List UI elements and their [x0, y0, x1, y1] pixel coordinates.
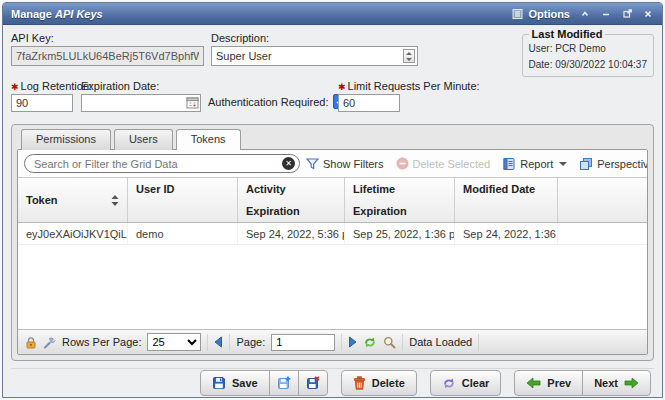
cell-user-id: demo — [128, 223, 238, 244]
tab-strip: Permissions Users Tokens — [21, 129, 648, 150]
limit-rpm-label: Limit Requests Per Minute: — [348, 80, 480, 92]
tab-users[interactable]: Users — [114, 129, 173, 150]
auth-required-field: Authentication Required: — [208, 94, 348, 109]
prev-page-icon[interactable] — [214, 336, 223, 348]
manage-api-keys-window: Manage API Keys Options API Key: — [2, 2, 663, 398]
clear-refresh-icon — [442, 377, 456, 390]
chevron-down-icon — [559, 162, 567, 166]
sort-icon — [111, 195, 119, 206]
page-label: Page: — [236, 336, 265, 348]
wrench-icon[interactable] — [43, 336, 56, 349]
magnifier-icon[interactable] — [383, 336, 396, 349]
filter-funnel-icon — [306, 158, 319, 170]
expiration-date-input[interactable] — [81, 94, 201, 112]
grid-header: Token User ID Activity Expiration Lifeti… — [18, 177, 647, 223]
arrow-right-icon — [624, 377, 639, 389]
delete-selected-button[interactable]: Delete Selected — [396, 157, 491, 170]
action-bar: Save Delete Clear Prev — [11, 368, 654, 397]
perspectives-icon — [579, 157, 593, 171]
last-modified-legend: Last Modified — [529, 28, 606, 40]
expiration-date-field: Expiration Date: — [81, 80, 201, 112]
save-and-new-button[interactable] — [269, 370, 299, 396]
column-header-empty — [558, 178, 647, 222]
window-title: Manage API Keys — [11, 8, 103, 20]
save-close-icon — [306, 376, 320, 390]
popout-icon[interactable] — [621, 8, 633, 20]
limit-rpm-input[interactable] — [338, 94, 400, 112]
column-header-user-id[interactable]: User ID — [128, 178, 238, 222]
tab-panel: Permissions Users Tokens ✕ Show Filters — [11, 124, 654, 361]
save-plus-icon — [277, 376, 291, 390]
page-input[interactable] — [271, 334, 335, 351]
close-icon[interactable] — [642, 8, 654, 20]
trash-icon — [353, 376, 366, 390]
api-key-label: API Key: — [11, 32, 204, 44]
prev-button[interactable]: Prev — [514, 370, 583, 396]
required-icon: ✱ — [338, 82, 346, 92]
collapse-icon[interactable] — [579, 8, 591, 20]
auth-required-label: Authentication Required: — [208, 96, 328, 108]
tab-tokens[interactable]: Tokens — [176, 129, 241, 150]
expand-textarea-icon[interactable] — [403, 49, 415, 63]
rows-per-page-label: Rows Per Page: — [62, 336, 141, 348]
tokens-grid: ✕ Show Filters Delete Selected Report — [17, 149, 648, 355]
save-icon — [212, 376, 226, 390]
column-header-activity-expiration[interactable]: Activity Expiration — [238, 178, 345, 222]
log-retention-input[interactable] — [11, 94, 73, 112]
delete-button[interactable]: Delete — [341, 370, 417, 396]
options-button[interactable]: Options — [512, 8, 570, 20]
table-row[interactable]: eyJ0eXAiOiJKV1QiLCJ... demo Sep 24, 2022… — [18, 223, 647, 245]
save-button[interactable]: Save — [200, 370, 270, 396]
report-button[interactable]: Report — [502, 157, 567, 171]
titlebar: Manage API Keys Options — [3, 3, 662, 25]
log-retention-field: ✱Log Retention: — [11, 80, 92, 112]
expiration-date-label: Expiration Date: — [81, 80, 201, 92]
api-key-form: API Key: Description: Last Modified User… — [11, 30, 654, 124]
column-header-modified-date[interactable]: Modified Date — [455, 178, 558, 222]
show-filters-button[interactable]: Show Filters — [306, 158, 384, 170]
cell-lifetime-expiration: Sep 25, 2022, 1:36 pm — [345, 223, 455, 244]
cell-token: eyJ0eXAiOiJKV1QiLCJ... — [18, 223, 128, 244]
grid-body: eyJ0eXAiOiJKV1QiLCJ... demo Sep 24, 2022… — [18, 223, 647, 329]
calendar-icon[interactable] — [186, 96, 199, 111]
required-icon: ✱ — [11, 82, 19, 92]
grid-toolbar: ✕ Show Filters Delete Selected Report — [18, 150, 647, 177]
status-text: Data Loaded — [409, 336, 472, 348]
last-modified-date: Date: 09/30/2022 10:04:37 — [529, 57, 647, 73]
description-label: Description: — [211, 32, 418, 44]
column-header-token[interactable]: Token — [18, 178, 128, 222]
tab-permissions[interactable]: Permissions — [21, 129, 111, 150]
description-field: Description: — [211, 32, 418, 66]
next-button[interactable]: Next — [582, 370, 651, 396]
search-input[interactable] — [24, 154, 300, 173]
cell-activity-expiration: Sep 24, 2022, 5:36 pm — [238, 223, 345, 244]
perspectives-button[interactable]: Perspectives — [579, 157, 648, 171]
clear-search-icon[interactable]: ✕ — [282, 157, 295, 170]
report-icon — [502, 157, 516, 171]
delete-selected-icon — [396, 157, 409, 170]
api-key-input[interactable] — [11, 46, 204, 66]
save-button-group: Save — [200, 370, 328, 396]
limit-rpm-field: ✱Limit Requests Per Minute: — [338, 80, 480, 112]
lock-icon[interactable] — [25, 336, 37, 349]
clear-button[interactable]: Clear — [430, 370, 502, 396]
options-icon — [512, 8, 524, 20]
last-modified-panel: Last Modified User: PCR Demo Date: 09/30… — [522, 28, 654, 77]
rows-per-page-select[interactable]: 25 — [147, 333, 201, 351]
cell-modified-date: Sep 24, 2022, 1:36 pm — [455, 223, 558, 244]
next-page-icon[interactable] — [348, 336, 357, 348]
grid-footer: Rows Per Page: 25 Page: — [18, 329, 647, 354]
refresh-icon[interactable] — [363, 336, 377, 349]
arrow-left-icon — [526, 377, 541, 389]
last-modified-user: User: PCR Demo — [529, 41, 647, 57]
column-header-lifetime-expiration[interactable]: Lifetime Expiration — [345, 178, 455, 222]
description-input[interactable] — [211, 46, 418, 66]
minimize-icon[interactable] — [600, 8, 612, 20]
prev-next-group: Prev Next — [514, 370, 651, 396]
save-and-close-button[interactable] — [298, 370, 328, 396]
api-key-field: API Key: — [11, 32, 204, 66]
